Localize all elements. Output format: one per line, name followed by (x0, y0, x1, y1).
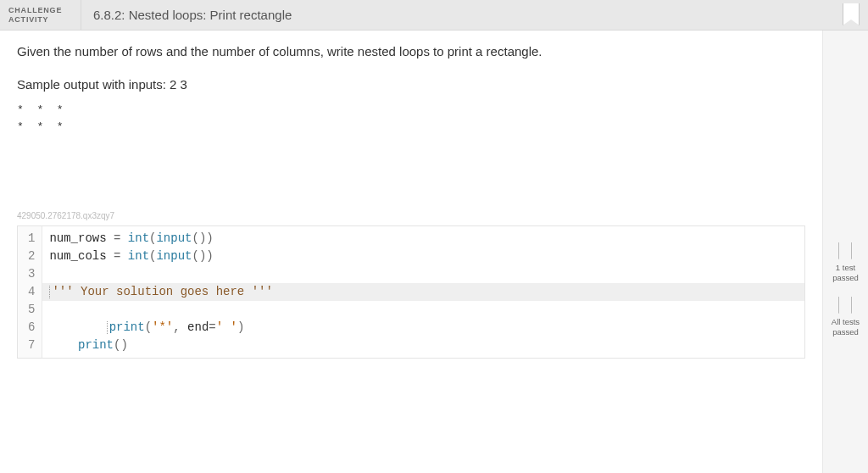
status-line: 1 test (836, 263, 855, 272)
activity-header: CHALLENGE ACTIVITY 6.8.2: Nested loops: … (0, 0, 868, 31)
activity-title: 6.8.2: Nested loops: Print rectangle (81, 0, 843, 30)
status-1-test-passed: 1 test passed (832, 242, 859, 283)
cursor-icon (49, 286, 50, 298)
status-line: passed (832, 273, 859, 282)
cursor-icon (107, 321, 108, 334)
code-line-highlight[interactable]: ''' Your solution goes here ''' (42, 283, 804, 301)
code-area[interactable]: num_rows = int(input()) num_cols = int(i… (42, 226, 804, 358)
code-line[interactable]: print('*', end=' ') (42, 319, 804, 337)
code-line[interactable]: num_cols = int(input()) (42, 248, 804, 265)
line-number: 4 (28, 283, 35, 301)
status-line: All tests (832, 317, 860, 326)
clipboard-icon (838, 297, 852, 314)
line-number: 1 (28, 230, 35, 248)
line-number: 5 (28, 301, 35, 319)
line-number: 2 (28, 248, 35, 265)
code-line[interactable]: print() (42, 337, 804, 354)
challenge-activity-label: CHALLENGE ACTIVITY (0, 0, 81, 30)
bookmark-icon[interactable] (843, 3, 860, 25)
status-all-tests-passed: All tests passed (832, 297, 860, 337)
code-line[interactable] (42, 265, 804, 283)
label-line1: CHALLENGE (8, 6, 72, 15)
status-line: passed (832, 327, 859, 337)
line-number: 3 (28, 265, 35, 283)
line-number-gutter: 1 2 3 4 5 6 7 (18, 226, 42, 358)
instruction-text: Given the number of rows and the number … (17, 44, 805, 58)
status-rail: 1 test passed All tests passed (822, 31, 868, 473)
code-line[interactable]: num_rows = int(input()) (42, 230, 804, 248)
code-line[interactable] (42, 301, 804, 319)
code-editor[interactable]: 1 2 3 4 5 6 7 num_rows = int(input()) nu… (17, 225, 805, 359)
main-content: Given the number of rows and the number … (0, 31, 822, 473)
line-number: 7 (28, 337, 35, 354)
sample-output-label: Sample output with inputs: 2 3 (17, 77, 805, 92)
clipboard-icon (838, 242, 852, 259)
label-line2: ACTIVITY (8, 15, 72, 25)
sample-output: * * * * * * (17, 102, 805, 135)
activity-id: 429050.2762178.qx3zqy7 (17, 211, 805, 220)
line-number: 6 (28, 319, 35, 337)
